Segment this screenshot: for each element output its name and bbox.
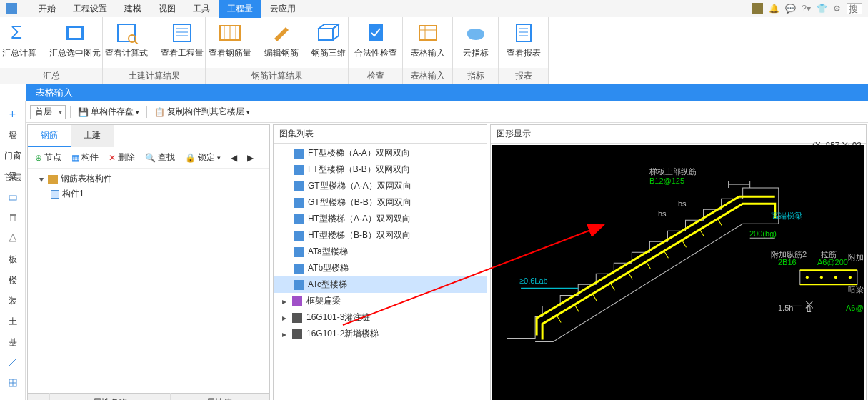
svg-line-38 [574, 304, 579, 311]
svg-rect-23 [517, 24, 531, 41]
sum-calc-button[interactable]: Σ 汇总计算 [0, 20, 41, 61]
book-icon [292, 313, 302, 323]
list-group[interactable]: ▸16G101-3灌注桩 [274, 309, 487, 326]
side-icon-1[interactable] [6, 191, 19, 204]
graphic-panel: 图形显示 (X: 857 Y: 93 [490, 124, 867, 400]
side-icon-5[interactable] [6, 377, 19, 391]
lbl-hs: hs [658, 209, 667, 218]
list-item[interactable]: FT型楼梯（A-A）双网双向 [274, 145, 487, 161]
member-button[interactable]: ▦构件 [69, 150, 101, 165]
menu-start[interactable]: 开始 [30, 0, 64, 18]
menu-tools[interactable]: 工具 [184, 0, 219, 18]
view-qty-button[interactable]: 查看工程量 [156, 20, 208, 61]
svg-marker-16 [333, 24, 339, 40]
save-single-button[interactable]: 💾单构件存盘▾ [75, 104, 142, 119]
side-deco[interactable]: 装 [7, 294, 19, 308]
svg-rect-14 [319, 29, 333, 40]
side-wall[interactable]: 墙 [7, 129, 19, 142]
add-icon[interactable]: + [8, 107, 17, 121]
shirt-icon[interactable]: 👕 [817, 4, 827, 14]
folder-icon [48, 175, 58, 184]
doc-icon [294, 247, 304, 257]
menu-cloud[interactable]: 云应用 [261, 0, 304, 18]
list-item[interactable]: ATb型楼梯 [274, 260, 487, 276]
rebar-3d-button[interactable]: 钢筋三维 [307, 20, 350, 61]
list-item-selected[interactable]: ATc型楼梯 [274, 276, 487, 293]
menu-quantity[interactable]: 工程量 [219, 0, 261, 18]
list-item[interactable]: FT型楼梯（B-B）双网双向 [274, 161, 487, 178]
svg-line-42 [646, 261, 650, 269]
list-item[interactable]: GT型楼梯（A-A）双网双向 [274, 178, 487, 194]
list-group[interactable]: ▸框架扁梁 [274, 293, 487, 309]
bell-icon[interactable]: 🔔 [769, 4, 779, 14]
next-button[interactable]: ▶ [244, 150, 256, 165]
floor-select[interactable]: 首层 [30, 105, 66, 119]
list-item[interactable]: ATa型楼梯 [274, 244, 487, 260]
lbl-sub: 暗梁 [848, 284, 864, 295]
view-report-button[interactable]: 查看报表 [502, 20, 545, 61]
side-nav: + 墙 门窗 梁 板 楼 装 土 基 ≡ [0, 101, 26, 400]
table-input-button[interactable]: 表格输入 [406, 20, 449, 61]
svg-rect-6 [174, 24, 191, 41]
find-button[interactable]: 🔍查找 [142, 150, 178, 165]
ribbon-group-label: 检查 [349, 68, 402, 84]
list-item[interactable]: HT型楼梯（A-A）双网双向 [274, 211, 487, 227]
drawing-canvas[interactable]: 梯板上部纵筋 B12@125 高端梯梁 200(bg) ≥0.6Lab hs b… [492, 145, 864, 400]
list-item[interactable]: GT型楼梯（B-B）双网双向 [274, 194, 487, 211]
view-formula-button[interactable]: 查看计算式 [101, 20, 152, 61]
menu-model[interactable]: 建模 [116, 0, 150, 18]
lbl-add3: 附加 [848, 252, 864, 263]
lbl-beam: 高端梯梁 [771, 211, 802, 221]
side-found[interactable]: 基 [7, 336, 19, 349]
doc-icon [294, 264, 304, 274]
lbl-bs: bs [678, 199, 687, 208]
tree-item[interactable]: 构件1 [28, 186, 269, 201]
book-icon [292, 329, 302, 339]
cloud-idx-button[interactable]: 云指标 [457, 20, 495, 61]
delete-button[interactable]: ✕删除 [106, 150, 138, 165]
help-icon[interactable]: ?▾ [802, 4, 811, 14]
doc-icon [294, 280, 304, 290]
side-door[interactable]: 门窗 [3, 149, 23, 163]
doc-icon [294, 231, 304, 241]
tree-root[interactable]: ▾钢筋表格构件 [28, 171, 269, 186]
side-icon-3[interactable] [6, 232, 19, 246]
sum-sel-button[interactable]: 汇总选中图元 [45, 20, 105, 61]
atlas-panel: 图集列表 FT型楼梯（A-A）双网双向 FT型楼梯（B-B）双网双向 GT型楼梯… [273, 124, 487, 400]
lbl-lab: ≥0.6Lab [519, 276, 548, 285]
chat-icon[interactable]: 💬 [785, 4, 796, 14]
side-icon-2[interactable] [6, 211, 19, 225]
lock-button[interactable]: 🔒锁定▾ [182, 150, 224, 165]
atlas-title: 图集列表 [274, 125, 487, 144]
menu-project[interactable]: 工程设置 [64, 0, 116, 18]
ribbon-group-label: 汇总 [0, 68, 102, 84]
tab-civil[interactable]: 土建 [71, 125, 114, 147]
svg-rect-18 [419, 26, 437, 40]
avatar[interactable] [752, 3, 763, 14]
side-soil[interactable]: 土 [7, 315, 19, 329]
side-slab[interactable]: 板 [7, 253, 19, 266]
search-input[interactable] [847, 3, 862, 14]
node-button[interactable]: ⊕节点 [32, 150, 64, 165]
prev-button[interactable]: ◀ [228, 150, 240, 165]
svg-line-46 [718, 219, 722, 226]
list-group[interactable]: ▸16G101-2新增楼梯 [274, 326, 487, 342]
copy-to-floors-button[interactable]: 📋复制构件到其它楼层▾ [151, 104, 253, 119]
doc-icon [294, 149, 304, 159]
doc-icon [294, 198, 304, 208]
property-table: 属性名称属性值 1构件名称构件1 [28, 393, 269, 400]
view-rebar-button[interactable]: 查看钢筋量 [204, 20, 256, 61]
side-floor[interactable]: 楼 [7, 274, 19, 287]
list-item[interactable]: HT型楼梯（B-B）双网双向 [274, 227, 487, 244]
edit-rebar-button[interactable]: 编辑钢筋 [260, 20, 303, 61]
atlas-list[interactable]: FT型楼梯（A-A）双网双向 FT型楼梯（B-B）双网双向 GT型楼梯（A-A）… [274, 144, 487, 400]
svg-point-56 [820, 276, 823, 279]
ribbon: Σ 汇总计算 汇总选中图元 汇总 查看计算式 查看工程量 土建计算结果 [0, 17, 868, 84]
gear-icon[interactable]: ⚙ [833, 4, 841, 14]
menu-view[interactable]: 视图 [150, 0, 184, 18]
ribbon-group-label: 土建计算结果 [103, 68, 205, 84]
tab-rebar[interactable]: 钢筋 [28, 125, 71, 147]
side-icon-4[interactable] [6, 356, 19, 370]
member-tree[interactable]: ▾钢筋表格构件 构件1 [28, 169, 269, 393]
valid-check-button[interactable]: 合法性检查 [350, 20, 401, 61]
